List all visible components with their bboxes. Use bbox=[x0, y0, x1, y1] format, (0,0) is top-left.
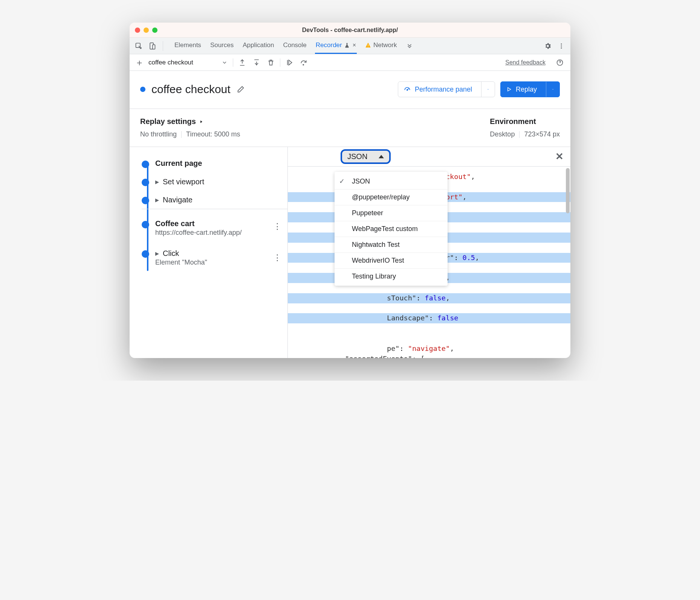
step-current-page[interactable]: Current page bbox=[142, 155, 287, 173]
svg-point-8 bbox=[303, 64, 304, 65]
play-icon bbox=[506, 86, 512, 92]
warning-icon bbox=[365, 42, 371, 48]
check-icon: ✓ bbox=[339, 177, 347, 185]
replay-settings-toggle[interactable]: Replay settings bbox=[140, 117, 240, 126]
format-option-puppeteer[interactable]: Puppeteer bbox=[335, 205, 448, 221]
device-toolbar-icon[interactable] bbox=[147, 41, 157, 51]
caret-right-icon: ▸ bbox=[155, 249, 160, 258]
send-feedback-link[interactable]: Send feedback bbox=[505, 59, 546, 66]
chevron-down-icon[interactable] bbox=[546, 82, 559, 97]
recorder-step-icons bbox=[286, 59, 307, 66]
format-option-webpagetest[interactable]: WebPageTest custom bbox=[335, 221, 448, 237]
scrollbar-thumb[interactable] bbox=[566, 168, 570, 213]
recording-body: Current page ▸Set viewport ▸Navigate Cof… bbox=[130, 147, 570, 358]
export-icon[interactable] bbox=[238, 59, 246, 66]
gauge-icon bbox=[403, 86, 411, 93]
export-format-dropdown: ✓ JSON @puppeteer/replay Puppeteer WebPa… bbox=[335, 172, 448, 286]
recorder-toolbar-icons bbox=[238, 59, 275, 66]
recording-header: coffee checkout Performance panel bbox=[130, 71, 570, 109]
window-title: DevTools - coffee-cart.netlify.app/ bbox=[130, 27, 570, 34]
tab-elements[interactable]: Elements bbox=[174, 38, 202, 54]
svg-rect-3 bbox=[368, 44, 368, 46]
tab-sources[interactable]: Sources bbox=[209, 38, 234, 54]
delete-icon[interactable] bbox=[267, 59, 275, 66]
divider bbox=[181, 131, 182, 138]
divider bbox=[233, 58, 233, 67]
recording-title: coffee checkout bbox=[151, 83, 231, 96]
settings-gear-icon[interactable] bbox=[543, 41, 553, 51]
svg-rect-4 bbox=[368, 46, 368, 47]
code-panel: JSON ✓ JSON @puppeteer/replay Puppeteer … bbox=[288, 147, 570, 358]
recording-indicator-icon bbox=[140, 87, 145, 92]
step-coffee-cart-page[interactable]: Coffee cart https://coffee-cart.netlify.… bbox=[142, 209, 287, 244]
recording-picker-label: coffee checkout bbox=[148, 59, 193, 66]
timeout-value: Timeout: 5000 ms bbox=[186, 130, 240, 138]
environment-viewport: 723×574 px bbox=[524, 130, 560, 138]
step-kebab-icon[interactable]: ⋮ bbox=[273, 253, 282, 263]
titlebar: DevTools - coffee-cart.netlify.app/ bbox=[130, 23, 570, 38]
timeline-node bbox=[142, 161, 149, 168]
chevron-down-icon bbox=[222, 60, 228, 66]
caret-up-icon bbox=[379, 155, 384, 158]
recorder-toolbar: ＋ coffee checkout Send feedback bbox=[130, 54, 570, 71]
tab-console[interactable]: Console bbox=[282, 38, 307, 54]
more-tabs-icon[interactable] bbox=[404, 41, 415, 51]
svg-point-7 bbox=[561, 47, 562, 48]
close-code-icon[interactable]: ✕ bbox=[555, 151, 564, 162]
format-option-webdriverio[interactable]: WebdriverIO Test bbox=[335, 253, 448, 269]
step-click-mocha[interactable]: ▸Click Element "Mocha" ⋮ bbox=[142, 244, 287, 271]
minimize-window-button[interactable] bbox=[144, 28, 149, 33]
divider bbox=[519, 131, 520, 138]
environment-device: Desktop bbox=[490, 130, 515, 138]
format-option-nightwatch[interactable]: Nightwatch Test bbox=[335, 237, 448, 253]
svg-rect-2 bbox=[153, 44, 155, 49]
replay-label: Replay bbox=[516, 86, 537, 93]
chevron-down-icon[interactable] bbox=[481, 82, 495, 97]
kebab-menu-icon[interactable] bbox=[556, 41, 567, 51]
continue-icon[interactable] bbox=[286, 59, 293, 66]
performance-panel-button[interactable]: Performance panel bbox=[398, 81, 495, 97]
timeline-node bbox=[142, 197, 149, 204]
code-toolbar: JSON ✓ JSON @puppeteer/replay Puppeteer … bbox=[288, 147, 570, 167]
inspect-element-icon[interactable] bbox=[133, 41, 144, 51]
recording-settings: Replay settings No throttling Timeout: 5… bbox=[130, 109, 570, 147]
performance-panel-label: Performance panel bbox=[415, 86, 472, 93]
timeline-node bbox=[142, 221, 149, 228]
caret-right-icon bbox=[199, 119, 203, 124]
import-icon[interactable] bbox=[253, 59, 260, 66]
close-icon[interactable]: × bbox=[353, 42, 356, 49]
export-format-select[interactable]: JSON ✓ JSON @puppeteer/replay Puppeteer … bbox=[341, 149, 391, 164]
help-icon[interactable] bbox=[555, 57, 565, 68]
window-controls bbox=[130, 28, 157, 33]
step-kebab-icon[interactable]: ⋮ bbox=[273, 222, 282, 231]
zoom-window-button[interactable] bbox=[152, 28, 157, 33]
close-window-button[interactable] bbox=[135, 28, 140, 33]
export-format-label: JSON bbox=[347, 152, 367, 161]
step-navigate[interactable]: ▸Navigate bbox=[142, 191, 287, 209]
caret-right-icon: ▸ bbox=[155, 195, 160, 204]
environment-heading: Environment bbox=[490, 117, 536, 126]
add-recording-button[interactable]: ＋ bbox=[135, 57, 143, 69]
timeline-node bbox=[142, 179, 149, 186]
format-option-testing-library[interactable]: Testing Library bbox=[335, 269, 448, 284]
format-option-json[interactable]: ✓ JSON bbox=[335, 173, 448, 190]
recording-picker[interactable]: coffee checkout bbox=[148, 59, 228, 66]
tab-network[interactable]: Network bbox=[364, 38, 397, 54]
divider bbox=[163, 41, 163, 51]
caret-right-icon: ▸ bbox=[155, 177, 160, 186]
svg-point-5 bbox=[561, 43, 562, 44]
timeline-node bbox=[142, 250, 149, 258]
replay-button[interactable]: Replay bbox=[500, 81, 560, 97]
edit-title-icon[interactable] bbox=[237, 85, 245, 93]
panel-tabs: Elements Sources Application Console Rec… bbox=[174, 38, 397, 54]
tab-application[interactable]: Application bbox=[242, 38, 275, 54]
divider bbox=[280, 58, 280, 67]
step-over-icon[interactable] bbox=[300, 59, 307, 66]
steps-panel: Current page ▸Set viewport ▸Navigate Cof… bbox=[130, 147, 288, 358]
tab-recorder[interactable]: Recorder × bbox=[315, 38, 357, 54]
divider bbox=[142, 209, 287, 209]
step-set-viewport[interactable]: ▸Set viewport bbox=[142, 173, 287, 191]
svg-point-10 bbox=[407, 89, 408, 90]
format-option-puppeteer-replay[interactable]: @puppeteer/replay bbox=[335, 190, 448, 205]
devtools-window: DevTools - coffee-cart.netlify.app/ Elem… bbox=[130, 23, 570, 358]
